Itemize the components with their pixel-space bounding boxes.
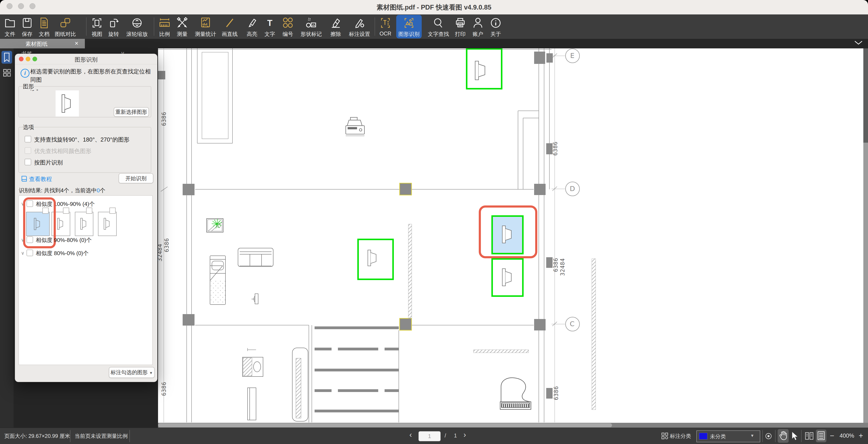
checkbox-image-recognition[interactable] bbox=[25, 159, 31, 165]
toolbar-numbering[interactable]: 编号 bbox=[278, 14, 298, 39]
toolbar-print[interactable]: 打印 bbox=[451, 14, 470, 39]
category-label: 标注分类 bbox=[670, 433, 691, 440]
toolbar-draw-line[interactable]: 画直线 bbox=[217, 14, 243, 39]
sofa bbox=[238, 248, 273, 267]
measure-icon bbox=[176, 17, 188, 29]
side-rail bbox=[0, 49, 14, 428]
status-divider bbox=[801, 430, 802, 442]
text-tool-icon: T bbox=[264, 17, 276, 29]
result-thumb[interactable] bbox=[75, 212, 93, 236]
status-divider bbox=[775, 430, 776, 442]
folder-icon bbox=[4, 17, 16, 29]
zoom-level[interactable]: 400% bbox=[840, 433, 854, 439]
page-number-input[interactable]: 1 bbox=[418, 431, 441, 441]
toolbar-annotation-settings[interactable]: 标注设置 bbox=[345, 14, 374, 39]
grid-label-C: C bbox=[570, 320, 575, 328]
tab-close-icon[interactable]: × bbox=[75, 40, 79, 47]
grid-label-D: D bbox=[570, 185, 575, 193]
app-window: 素材图纸.pdf - PDF 快速看图 v4.9.0.85 文件 保存 文档 图… bbox=[0, 0, 868, 444]
next-page-button[interactable]: › bbox=[464, 431, 466, 439]
checkbox-image-recognition-label: 按图片识别 bbox=[34, 159, 63, 167]
toolbar-scale[interactable]: 比例 bbox=[155, 14, 174, 39]
visibility-toggle-button[interactable] bbox=[765, 432, 773, 440]
horizontal-scrollbar-thumb[interactable] bbox=[158, 423, 612, 427]
selected-count: 0 bbox=[97, 187, 100, 194]
side-table bbox=[248, 388, 256, 420]
hand-tool-button[interactable] bbox=[778, 429, 789, 443]
compare-drawings-icon bbox=[59, 17, 71, 29]
scale-ruler-icon bbox=[159, 17, 170, 29]
toolbar-compare[interactable]: 图纸对比 bbox=[51, 14, 80, 39]
highlighter-icon bbox=[246, 17, 258, 29]
bookmarks-tab-button[interactable] bbox=[1, 51, 12, 64]
tab-active[interactable]: 素材图纸 × bbox=[0, 39, 85, 49]
checkbox-rotated-search[interactable] bbox=[25, 136, 31, 142]
vertical-scrollbar[interactable] bbox=[863, 49, 868, 423]
toolbar-ocr[interactable]: OCR bbox=[376, 14, 395, 39]
toolbar-wheel-zoom[interactable]: 滚轮缩放 bbox=[122, 14, 152, 39]
selected-shape-preview bbox=[56, 90, 79, 117]
group2-label: 相似度 90%-80% (0)个 bbox=[36, 236, 92, 244]
search-icon bbox=[433, 17, 444, 29]
horizontal-scrollbar[interactable] bbox=[158, 423, 868, 428]
thumb2-checkbox[interactable] bbox=[63, 208, 69, 214]
thumb3-checkbox[interactable] bbox=[86, 208, 92, 214]
category-dropdown[interactable]: 未分类 ▼ bbox=[696, 431, 760, 442]
dim-text: 6386 bbox=[553, 248, 559, 282]
toolbar-divider bbox=[86, 18, 87, 36]
toolbar-shape-recognition[interactable]: 图形识别 bbox=[395, 14, 423, 39]
zoom-out-button[interactable]: − bbox=[830, 431, 834, 440]
start-recognition-button[interactable]: 开始识别 bbox=[119, 173, 153, 183]
scale-notice-text[interactable]: 当前页未设置测量比例 bbox=[75, 433, 128, 440]
shape-mark-icon bbox=[305, 17, 317, 29]
reselect-shape-button[interactable]: 重新选择图形 bbox=[114, 107, 149, 117]
caret-down-icon: ▼ bbox=[149, 371, 153, 375]
dim-text: 6386 bbox=[161, 102, 167, 136]
eye-icon bbox=[765, 432, 773, 440]
bookmark-icon bbox=[1, 51, 12, 64]
page-total: 1 bbox=[454, 433, 457, 439]
toolbar-about[interactable]: 关于 bbox=[486, 14, 505, 39]
thumb4-checkbox[interactable] bbox=[110, 208, 116, 214]
toolbar-file[interactable]: 文件 bbox=[0, 14, 20, 39]
toolbar-erase[interactable]: 擦除 bbox=[326, 14, 345, 39]
toolbar-save[interactable]: 保存 bbox=[18, 14, 37, 39]
toolbar-text[interactable]: T 文字 bbox=[260, 14, 280, 39]
dialog-title-bar[interactable]: 图形识别 bbox=[15, 54, 157, 64]
toolbar-measure-stats[interactable]: 测量统计 bbox=[191, 14, 220, 39]
status-divider bbox=[129, 430, 130, 442]
grid-icon bbox=[3, 69, 11, 77]
shape-recognition-dialog: 图形识别 i 框选需要识别的图形，在图形所在页查找定位相同图形。 图形 重新选择… bbox=[15, 54, 157, 382]
bathtub bbox=[292, 348, 308, 421]
annotate-selected-button[interactable]: 标注勾选的图形 ▼ bbox=[109, 367, 155, 378]
collapse-toolbar-button[interactable] bbox=[853, 39, 864, 46]
numbered-badges-icon bbox=[282, 17, 294, 29]
single-page-view-button[interactable] bbox=[816, 430, 827, 442]
dim-text: 6386 bbox=[552, 131, 559, 166]
view-icon bbox=[91, 17, 103, 29]
group-chevron-icon[interactable]: ∨ bbox=[21, 250, 24, 256]
group2-checkbox[interactable] bbox=[27, 236, 33, 243]
result-thumb[interactable] bbox=[98, 212, 117, 236]
toolbar-measure[interactable]: 测量 bbox=[173, 14, 192, 39]
ocr-icon bbox=[379, 17, 391, 29]
toolbar-shape-mark[interactable]: 形状标记 bbox=[297, 14, 326, 39]
info-circle-icon: i bbox=[21, 69, 30, 78]
toolbar-account[interactable]: 账户 bbox=[468, 14, 488, 39]
group-chevron-icon[interactable]: ∨ bbox=[21, 237, 24, 243]
select-tool-button[interactable] bbox=[790, 431, 799, 441]
dropdown-caret-icon: ▼ bbox=[750, 434, 754, 438]
floor-plan-drawing[interactable] bbox=[158, 49, 863, 423]
grand-piano bbox=[500, 378, 531, 409]
tutorial-link[interactable]: 查看教程 bbox=[29, 175, 52, 183]
vertical-scrollbar-thumb[interactable] bbox=[863, 143, 868, 423]
zoom-in-button[interactable]: + bbox=[859, 431, 863, 440]
toolbar-text-search[interactable]: 文字查找 bbox=[424, 14, 453, 39]
toolbar-highlight[interactable]: 高亮 bbox=[242, 14, 262, 39]
group3-label: 相似度 80%-0% (0)个 bbox=[36, 249, 89, 257]
toolbar-rotate[interactable]: 旋转 bbox=[104, 14, 123, 39]
two-page-view-button[interactable] bbox=[805, 431, 814, 441]
group3-checkbox[interactable] bbox=[27, 249, 33, 256]
prev-page-button[interactable]: ‹ bbox=[409, 431, 412, 439]
thumbnails-tab-button[interactable] bbox=[3, 69, 11, 77]
